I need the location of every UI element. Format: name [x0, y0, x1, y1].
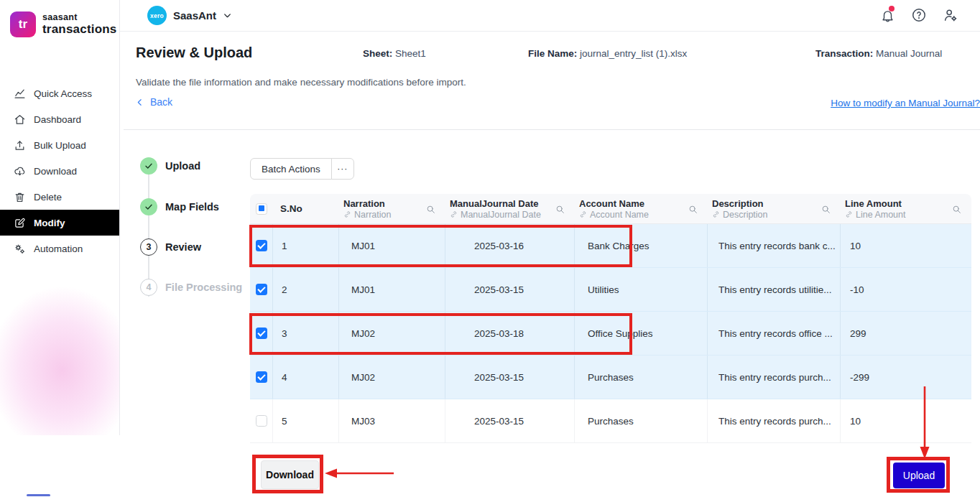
cell-description: This entry records bank c...: [708, 224, 841, 267]
trash-icon: [14, 191, 26, 203]
upload-icon: [14, 139, 26, 152]
table-row[interactable]: 4 MJ02 2025-03-15 Purchases This entry r…: [250, 356, 971, 399]
upload-button[interactable]: Upload: [893, 463, 945, 488]
link-icon: [450, 210, 458, 218]
help-button[interactable]: [910, 6, 928, 24]
step-file-processing: 4 File Processing: [140, 279, 242, 296]
line-chart-icon: [14, 88, 26, 100]
link-icon: [579, 210, 587, 218]
app-root: tr saasant transactions Quick Access Das…: [0, 0, 980, 497]
cell-sno: 5: [273, 399, 339, 442]
cell-account: Purchases: [575, 356, 708, 399]
table-row[interactable]: 5 MJ03 2025-03-15 Purchases This entry r…: [250, 399, 971, 443]
sidebar-item-modify[interactable]: Modify: [0, 210, 119, 236]
cell-narration: MJ01: [339, 224, 445, 267]
step-label: File Processing: [165, 282, 242, 293]
sidebar-item-label: Download: [34, 166, 77, 177]
arrow-to-download: [325, 469, 337, 478]
row-checkbox[interactable]: [256, 328, 267, 339]
edit-icon: [14, 217, 26, 229]
sidebar-item-delete[interactable]: Delete: [0, 184, 119, 210]
sidebar-item-quick-access[interactable]: Quick Access: [0, 80, 119, 106]
sidebar-item-download[interactable]: Download: [0, 158, 119, 184]
transaction-value: Manual Journal: [876, 48, 942, 59]
arrow-to-upload: [920, 447, 930, 459]
page-subtitle: Validate the file information and make n…: [136, 77, 466, 88]
cell-narration: MJ01: [339, 268, 445, 311]
header-divider: [124, 129, 980, 130]
more-actions-button[interactable]: ···: [331, 158, 354, 180]
row-checkbox[interactable]: [256, 371, 267, 383]
sheet-value: Sheet1: [395, 48, 426, 59]
notifications-button[interactable]: [878, 6, 897, 24]
cell-description: This entry records purch...: [708, 399, 841, 442]
row-checkbox[interactable]: [256, 284, 267, 295]
cell-account: Office Supplies: [575, 312, 708, 355]
brand-name-top: saasant: [42, 13, 117, 22]
back-label: Back: [150, 96, 172, 108]
search-icon[interactable]: [952, 204, 961, 213]
sheet-info: Sheet: Sheet1: [363, 48, 426, 59]
step-done-icon: [140, 198, 157, 215]
column-header-date: ManualJournal Date ManualJournal Date: [445, 194, 575, 223]
sidebar: tr saasant transactions Quick Access Das…: [0, 0, 119, 497]
page-header: Review & Upload Sheet: Sheet1 File Name:…: [120, 32, 980, 131]
topbar-icons: [878, 6, 960, 24]
chevron-left-icon: [135, 98, 144, 107]
account-settings-button[interactable]: [941, 6, 960, 24]
step-upload: Upload: [140, 157, 200, 175]
table-header-row: S.No Narration Narration ManualJournal D…: [250, 194, 971, 224]
user-gear-icon: [943, 7, 958, 23]
column-header-amount: Line Amount Line Amount: [841, 194, 971, 223]
search-icon[interactable]: [555, 204, 565, 213]
cell-amount: 10: [841, 399, 971, 442]
cell-account: Bank Charges: [575, 224, 708, 267]
download-button[interactable]: Download: [261, 460, 319, 489]
topbar: xero SaasAnt: [120, 0, 980, 32]
mapped-field-label: Line Amount: [856, 210, 906, 220]
step-done-icon: [140, 157, 157, 175]
row-checkbox[interactable]: [256, 240, 267, 251]
cell-amount: 10: [841, 224, 971, 267]
org-name: SaasAnt: [173, 9, 216, 22]
sidebar-item-label: Automation: [34, 243, 83, 254]
batch-actions-button[interactable]: Batch Actions: [250, 158, 332, 180]
search-icon[interactable]: [688, 204, 698, 213]
table-row[interactable]: 3 MJ02 2025-03-18 Office Supplies This e…: [250, 312, 971, 356]
brand-logo-text: saasant transactions: [42, 13, 117, 36]
step-label: Upload: [165, 160, 200, 172]
sidebar-item-label: Dashboard: [34, 114, 81, 125]
search-icon[interactable]: [426, 204, 435, 213]
cell-sno: 3: [273, 312, 339, 355]
cell-narration: MJ02: [339, 312, 445, 355]
step-map-fields: Map Fields: [140, 198, 219, 215]
notification-dot: [889, 6, 895, 11]
transaction-label: Transaction:: [815, 48, 873, 59]
mapped-field-label: Narration: [354, 210, 391, 220]
step-review: 3 Review: [140, 238, 201, 256]
sidebar-item-bulk-upload[interactable]: Bulk Upload: [0, 132, 119, 158]
cell-sno: 4: [273, 356, 339, 399]
file-name-label: File Name:: [528, 48, 577, 59]
cell-amount: -299: [841, 356, 971, 399]
sidebar-item-label: Delete: [34, 192, 62, 203]
sidebar-item-automation[interactable]: Automation: [0, 236, 119, 261]
row-checkbox[interactable]: [256, 415, 267, 427]
table-toolbar: Batch Actions ···: [250, 158, 354, 180]
cell-description: This entry records purch...: [708, 356, 841, 399]
cell-amount: 299: [841, 312, 971, 355]
sidebar-nav: Quick Access Dashboard Bulk Upload Downl…: [0, 80, 119, 261]
mapped-field-label: Description: [723, 210, 768, 220]
org-switcher[interactable]: xero SaasAnt: [147, 6, 232, 25]
back-link[interactable]: Back: [135, 96, 172, 108]
home-icon: [14, 113, 26, 126]
select-all-checkbox[interactable]: [256, 203, 267, 215]
brand-logo[interactable]: tr saasant transactions: [10, 11, 117, 37]
journal-table: S.No Narration Narration ManualJournal D…: [250, 194, 971, 443]
sidebar-item-dashboard[interactable]: Dashboard: [0, 106, 119, 132]
table-row[interactable]: 2 MJ01 2025-03-15 Utilities This entry r…: [250, 268, 971, 312]
cell-date: 2025-03-18: [445, 312, 575, 355]
how-to-modify-link[interactable]: How to modify an Manual Journal?: [831, 98, 980, 108]
search-icon[interactable]: [821, 204, 831, 213]
table-row[interactable]: 1 MJ01 2025-03-16 Bank Charges This entr…: [250, 224, 971, 268]
